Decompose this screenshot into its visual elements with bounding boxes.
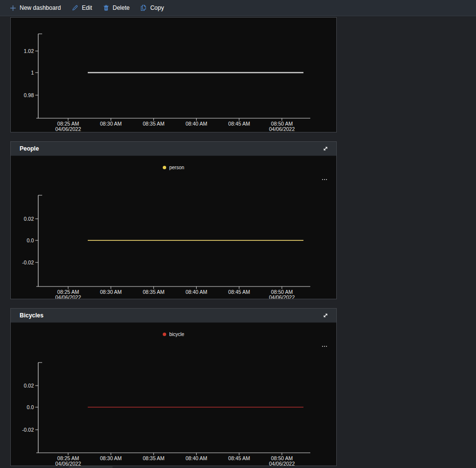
x-tick-label: 04/06/2022	[269, 126, 295, 132]
x-tick-label: 04/06/2022	[269, 294, 295, 299]
delete-label: Delete	[113, 4, 130, 11]
y-tick-label: 1.02	[24, 48, 34, 54]
x-tick-label: 08:40 AM	[185, 289, 207, 295]
edit-label: Edit	[82, 4, 92, 11]
y-tick-label: -0.02	[22, 260, 34, 265]
copy-button[interactable]: Copy	[140, 0, 164, 16]
plus-icon	[10, 5, 16, 11]
panel-title: Bicycles	[20, 312, 44, 319]
x-tick-label: 08:40 AM	[185, 121, 207, 127]
expand-icon	[323, 146, 328, 153]
y-tick-label: 0.0	[26, 237, 34, 243]
new-dashboard-button[interactable]: New dashboard	[10, 0, 61, 16]
x-tick-label: 04/06/2022	[55, 461, 81, 466]
line-chart: 0.020.0-0.0208:25 AM04/06/202208:30 AM08…	[11, 156, 337, 299]
y-tick-label: 0.02	[24, 383, 34, 389]
panel-people: People person 0.020.0-0.0208:25 AM04/06/…	[10, 141, 337, 299]
line-chart: 0.020.0-0.0208:25 AM04/06/202208:30 AM08…	[11, 323, 337, 466]
y-tick-label: -0.02	[22, 427, 34, 433]
x-tick-label: 08:45 AM	[228, 289, 250, 295]
y-axis	[38, 363, 42, 453]
x-tick-label: 08:40 AM	[185, 455, 207, 461]
pencil-icon	[72, 4, 78, 11]
y-axis	[38, 34, 42, 118]
expand-button[interactable]	[322, 145, 329, 153]
x-tick-label: 08:45 AM	[228, 455, 250, 461]
panel-top-clipped: 1.0210.9808:25 AM04/06/202208:30 AM08:35…	[10, 17, 337, 132]
y-tick-label: 0.0	[26, 404, 34, 410]
panel-header: People	[11, 142, 336, 156]
new-dashboard-label: New dashboard	[20, 4, 61, 11]
edit-button[interactable]: Edit	[72, 0, 92, 16]
copy-label: Copy	[150, 4, 164, 11]
x-tick-label: 04/06/2022	[55, 126, 81, 132]
x-tick-label: 08:30 AM	[100, 289, 122, 295]
x-tick-label: 04/06/2022	[269, 461, 295, 466]
chart-area: 1.0210.9808:25 AM04/06/202208:30 AM08:35…	[11, 18, 336, 132]
copy-icon	[140, 4, 147, 11]
panel-header: Bicycles	[11, 309, 336, 323]
chart-area: bicycle 0.020.0-0.0208:25 AM04/06/202208…	[11, 323, 336, 466]
y-axis	[38, 195, 42, 286]
x-tick-label: 04/06/2022	[55, 294, 81, 299]
panel-bicycles: Bicycles bicycle 0.020.0-0.0208:25 AM04/…	[10, 308, 337, 466]
y-tick-label: 0.98	[24, 92, 34, 98]
x-tick-label: 08:35 AM	[143, 121, 164, 127]
y-tick-label: 0.02	[24, 216, 34, 222]
x-tick-label: 08:35 AM	[143, 289, 164, 295]
panel-title: People	[20, 145, 39, 152]
line-chart: 1.0210.9808:25 AM04/06/202208:30 AM08:35…	[11, 18, 337, 132]
trash-icon	[103, 4, 109, 11]
chart-area: person 0.020.0-0.0208:25 AM04/06/202208:…	[11, 156, 336, 299]
x-tick-label: 08:45 AM	[228, 121, 250, 127]
dashboard-toolbar: New dashboard Edit Delete Copy	[0, 0, 476, 16]
x-tick-label: 08:30 AM	[100, 455, 122, 461]
expand-button[interactable]	[322, 312, 329, 319]
x-tick-label: 08:35 AM	[143, 455, 164, 461]
x-tick-label: 08:30 AM	[100, 121, 122, 127]
horizontal-scrollbar-thumb[interactable]	[69, 466, 113, 468]
expand-icon	[323, 312, 328, 320]
horizontal-scrollbar	[0, 466, 476, 468]
y-tick-label: 1	[31, 70, 34, 76]
delete-button[interactable]: Delete	[103, 0, 130, 16]
